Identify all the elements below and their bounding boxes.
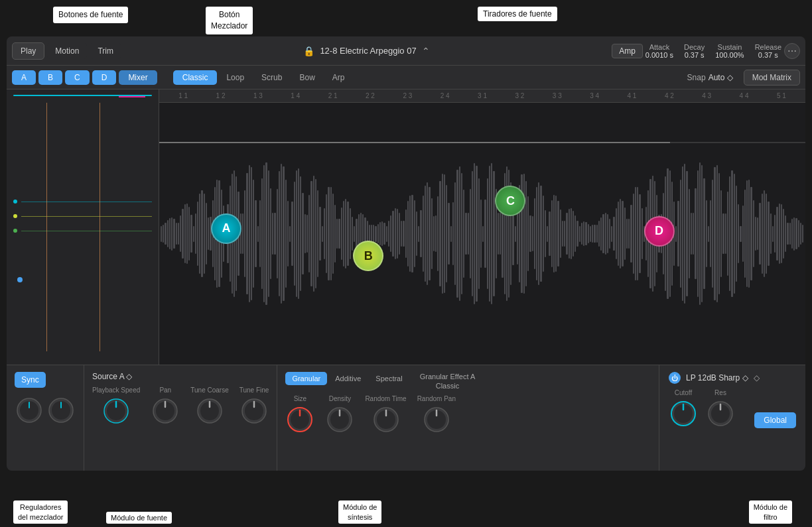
additive-tab[interactable]: Additive xyxy=(328,372,368,385)
mod-matrix-button[interactable]: Mod Matrix xyxy=(744,70,800,86)
waveform-bar xyxy=(439,181,440,286)
waveform-bar xyxy=(484,200,486,267)
mode-arp[interactable]: Arp xyxy=(324,70,353,85)
ruler-mark: 2 1 xyxy=(314,92,351,99)
volume-knob[interactable] xyxy=(15,396,44,425)
waveform-bar xyxy=(287,201,289,266)
filter-name: LP 12dB Sharp ◇ xyxy=(686,373,748,382)
cutoff-knob[interactable] xyxy=(669,399,698,428)
more-button[interactable]: ⋯ xyxy=(784,43,800,59)
waveform-bar xyxy=(423,196,424,272)
waveform-bar xyxy=(173,219,174,249)
random-pan-knob[interactable] xyxy=(422,405,451,434)
playback-speed-knob[interactable] xyxy=(102,396,131,426)
mode-classic[interactable]: Classic xyxy=(173,70,218,85)
amp-button[interactable]: Amp xyxy=(612,44,643,58)
waveform-bar xyxy=(759,203,760,264)
waveform-bar xyxy=(757,217,758,250)
waveform-bar xyxy=(727,192,728,275)
spectral-tab[interactable]: Spectral xyxy=(369,372,409,385)
mixer-button[interactable]: Mixer xyxy=(119,70,157,85)
granular-tab[interactable]: Granular xyxy=(285,372,327,385)
synthesis-module-panel: Granular Additive Spectral Granular Effe… xyxy=(277,365,659,471)
waveform-bar xyxy=(557,201,559,266)
track-line-2 xyxy=(100,103,100,351)
waveform-bar xyxy=(776,207,778,261)
waveform-bar xyxy=(377,224,379,244)
waveform-bar xyxy=(476,166,477,302)
waveform-bar xyxy=(774,215,776,253)
waveform-bar xyxy=(326,194,327,272)
handle-c-label: C xyxy=(506,194,515,208)
waveform-bar xyxy=(324,208,325,259)
filter-chevron-icon[interactable]: ◇ xyxy=(754,373,760,382)
filter-knob-group: Cutoff Res Global xyxy=(669,389,796,428)
waveform-bar xyxy=(261,178,263,288)
waveform-bar xyxy=(300,176,301,290)
waveform-bar xyxy=(529,215,531,252)
waveform-bar xyxy=(459,166,460,302)
tune-coarse-knob[interactable] xyxy=(195,396,224,426)
waveform-bar xyxy=(454,182,456,285)
decay-param: Decay 0.37 s xyxy=(684,43,705,59)
waveform-bar xyxy=(795,218,797,250)
waveform-bar xyxy=(416,211,417,257)
waveform-bar xyxy=(622,201,623,266)
tune-fine-knob[interactable] xyxy=(239,396,269,426)
filter-power-button[interactable]: ⏻ xyxy=(669,372,681,384)
handle-d[interactable]: D xyxy=(644,216,675,247)
tab-d[interactable]: D xyxy=(92,70,117,85)
tab-c[interactable]: C xyxy=(65,70,90,85)
waveform-bar xyxy=(306,215,308,253)
res-knob[interactable] xyxy=(706,399,735,428)
ruler-mark: 1 2 xyxy=(202,92,239,99)
tab-a[interactable]: A xyxy=(12,70,36,85)
mode-loop[interactable]: Loop xyxy=(218,70,252,85)
sync-button[interactable]: Sync xyxy=(15,372,46,388)
snap-value[interactable]: Auto ◇ xyxy=(709,73,733,82)
source-select[interactable]: Source A ◇ xyxy=(92,372,132,381)
random-time-knob[interactable] xyxy=(372,405,401,434)
waveform-bar xyxy=(204,194,205,274)
ruler-mark: 4 1 xyxy=(613,92,650,99)
waveform-bar xyxy=(470,189,471,278)
waveform-bar xyxy=(753,200,754,267)
waveform-bar xyxy=(695,188,696,279)
waveform-bar xyxy=(182,209,183,259)
size-knob[interactable] xyxy=(285,405,314,434)
waveform-bar xyxy=(468,213,469,255)
waveform-bar xyxy=(465,213,466,255)
waveform-bar xyxy=(246,173,247,294)
mode-scrub[interactable]: Scrub xyxy=(253,70,290,85)
density-knob[interactable] xyxy=(325,405,354,434)
waveform-bar xyxy=(452,202,454,265)
waveform-bar xyxy=(686,171,687,296)
waveform-bar xyxy=(738,204,739,263)
pan-knob[interactable] xyxy=(151,396,180,426)
handle-a[interactable]: A xyxy=(211,213,241,244)
waveform-bar xyxy=(779,204,780,264)
file-chevron-icon[interactable]: ⌃ xyxy=(422,46,430,56)
mode-tabs: Classic Loop Scrub Bow Arp xyxy=(173,70,353,85)
ruler-mark: 3 4 xyxy=(576,92,613,99)
handle-b-label: B xyxy=(364,249,373,263)
global-button[interactable]: Global xyxy=(754,412,796,428)
trim-button[interactable]: Trim xyxy=(90,43,121,59)
waveform-bar xyxy=(446,185,447,282)
waveform-bar xyxy=(734,174,735,294)
tab-b[interactable]: B xyxy=(38,70,62,85)
play-button[interactable]: Play xyxy=(12,42,44,60)
waveform-bar xyxy=(498,213,499,255)
annotation-filter-module: Módulo defiltro xyxy=(749,500,792,524)
ruler-mark: 4 4 xyxy=(725,92,762,99)
pan-knob-mixer[interactable] xyxy=(46,396,76,425)
mode-bow[interactable]: Bow xyxy=(291,70,322,85)
waveform-bar xyxy=(630,205,632,263)
tune-coarse-label: Tune Coarse xyxy=(190,386,228,394)
waveform-bar xyxy=(478,178,480,288)
waveform-bar xyxy=(257,226,259,242)
motion-button[interactable]: Motion xyxy=(47,43,87,59)
waveform-bar xyxy=(429,187,430,281)
waveform-bar xyxy=(392,211,393,257)
ruler-mark: 2 3 xyxy=(389,92,426,99)
